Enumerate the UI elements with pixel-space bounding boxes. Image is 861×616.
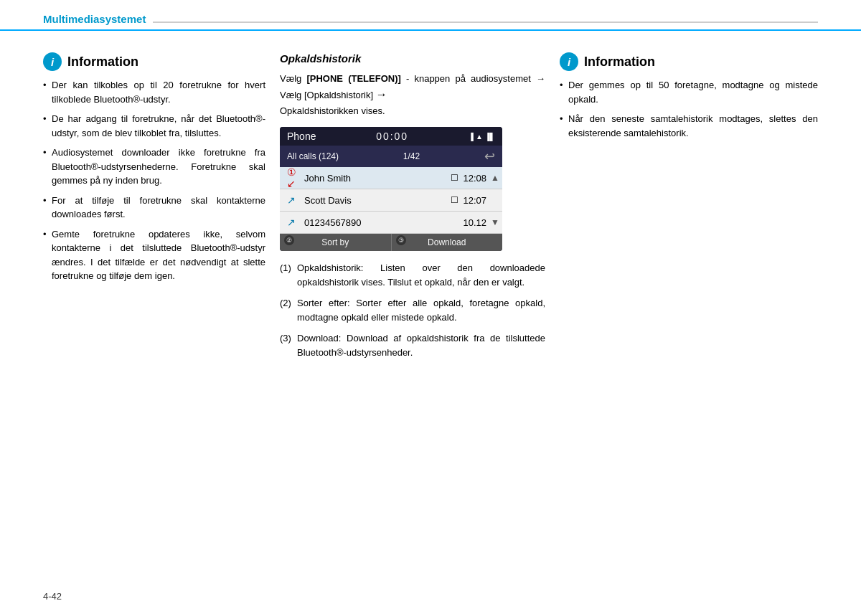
left-info-header: i Information [43, 52, 265, 71]
desc-text-2: Sorter efter: Sorter efter alle opkald, … [297, 296, 545, 324]
download-label: Download [428, 237, 466, 247]
outgoing-call-icon-3: ↗ [287, 216, 300, 229]
left-column: i Information Der kan tilkobles op til 2… [43, 52, 265, 366]
call-row-3[interactable]: ↗ 01234567890 10.12 ▼ [280, 212, 502, 234]
page-header: Multimediasystemet [0, 0, 861, 31]
call-row-1[interactable]: ① ↙ John Smith ☐ 12:08 ▲ [280, 167, 502, 189]
list-item: Der kan tilkobles op til 20 foretrukne f… [43, 78, 265, 106]
right-info-bullets: Der gemmes op til 50 foretagne, modtagne… [560, 78, 818, 140]
missed-call-icon: ① ↙ [287, 171, 300, 184]
desc-text-3: Download: Download af opkaldshistorik fr… [297, 331, 545, 359]
sort-by-button[interactable]: ② Sort by [280, 234, 392, 251]
desc-num-1: (1) [280, 261, 297, 289]
sort-btn-num: ② [284, 235, 294, 245]
desc-item-1: (1) Opkaldshistorik: Listen over den dow… [280, 261, 545, 289]
right-info-box: i Information Der gemmes op til 50 foret… [560, 52, 818, 140]
list-item: Når den seneste samtalehistorik modtages… [560, 112, 818, 140]
right-column: i Information Der gemmes op til 50 foret… [560, 52, 818, 366]
wifi-icon: ▲ [476, 133, 483, 141]
list-item: Audiosystemet downloader ikke foretrukne… [43, 146, 265, 188]
call-type-2: ☐ [451, 195, 458, 205]
caller-name-2: Scott Davis [304, 195, 451, 206]
call-time-3: 10.12 [463, 217, 486, 228]
intro-bold: [PHONE (TELEFON)] [306, 73, 400, 84]
list-item: De har adgang til foretrukne, når det Bl… [43, 112, 265, 140]
outgoing-call-icon-2: ↗ [287, 194, 300, 207]
phone-call-list: ① ↙ John Smith ☐ 12:08 ▲ ↗ Scott Davis ☐… [280, 167, 502, 234]
sort-by-label: Sort by [321, 237, 349, 247]
caller-name-3: 01234567890 [304, 217, 463, 228]
desc-num-3: (3) [280, 331, 297, 359]
list-item: For at tilføje til foretrukne skal konta… [43, 194, 265, 222]
header-title: Multimediasystemet [43, 13, 146, 25]
desc-num-2: (2) [280, 296, 297, 324]
section-title: Opkaldshistorik [280, 52, 545, 65]
desc-item-3: (3) Download: Download af opkaldshistori… [280, 331, 545, 359]
back-button[interactable]: ↩ [484, 148, 495, 164]
call-row-2[interactable]: ↗ Scott Davis ☐ 12:07 [280, 189, 502, 212]
call-time-2: 12:07 [463, 195, 486, 206]
signal-icon: ▐ [469, 133, 474, 141]
middle-column: Opkaldshistorik Vælg [PHONE (TELEFON)] -… [280, 52, 545, 366]
header-divider [153, 22, 818, 23]
left-info-icon: i [43, 52, 62, 71]
intro-text: Vælg [PHONE (TELEFON)] - knappen på audi… [280, 72, 545, 118]
all-calls-label: All calls (124) [287, 151, 339, 161]
download-button[interactable]: ③ Download [392, 234, 503, 251]
phone-header-bar: Phone 00:00 ▐ ▲ ▐▌ [280, 127, 502, 146]
phone-subheader: All calls (124) 1/42 ↩ [280, 146, 502, 167]
intro-end: Opkaldshistorikken vises. [280, 105, 385, 116]
page: Multimediasystemet i Information Der kan… [0, 0, 861, 616]
left-info-bullets: Der kan tilkobles op til 20 foretrukne f… [43, 78, 265, 283]
scroll-up-area: ▲ [489, 167, 501, 189]
left-info-box: i Information Der kan tilkobles op til 2… [43, 52, 265, 283]
desc-item-2: (2) Sorter efter: Sorter efter alle opka… [280, 296, 545, 324]
scroll-up-arrow: ▲ [491, 173, 499, 183]
download-btn-num: ③ [396, 235, 406, 245]
call-type-1: ☐ [451, 173, 458, 183]
phone-time: 00:00 [376, 131, 408, 142]
scroll-down-arrow: ▼ [491, 217, 499, 227]
list-item: Gemte foretrukne opdateres ikke, selvom … [43, 227, 265, 283]
right-info-icon: i [560, 52, 578, 71]
page-indicator: 1/42 [403, 151, 420, 161]
list-item: Der gemmes op til 50 foretagne, modtagne… [560, 78, 818, 106]
call-time-1: 12:08 [463, 173, 486, 184]
intro-part1: Vælg [280, 73, 306, 84]
page-footer: 4-42 [43, 591, 62, 602]
desc-text-1: Opkaldshistorik: Listen over den downloa… [297, 261, 545, 289]
left-info-title: Information [67, 55, 138, 70]
right-info-header: i Information [560, 52, 818, 71]
scroll-down-area: ▼ [489, 212, 501, 233]
phone-status-icons: ▐ ▲ ▐▌ [469, 133, 495, 141]
content-area: i Information Der kan tilkobles op til 2… [0, 52, 861, 366]
battery-icon: ▐▌ [485, 133, 495, 141]
caller-name-1: John Smith [304, 173, 451, 184]
phone-title: Phone [287, 131, 316, 142]
phone-footer: ② Sort by ③ Download [280, 234, 502, 251]
phone-ui: Phone 00:00 ▐ ▲ ▐▌ All calls (124) 1/42 … [280, 127, 502, 251]
right-info-title: Information [584, 55, 655, 70]
page-number: 4-42 [43, 591, 62, 602]
